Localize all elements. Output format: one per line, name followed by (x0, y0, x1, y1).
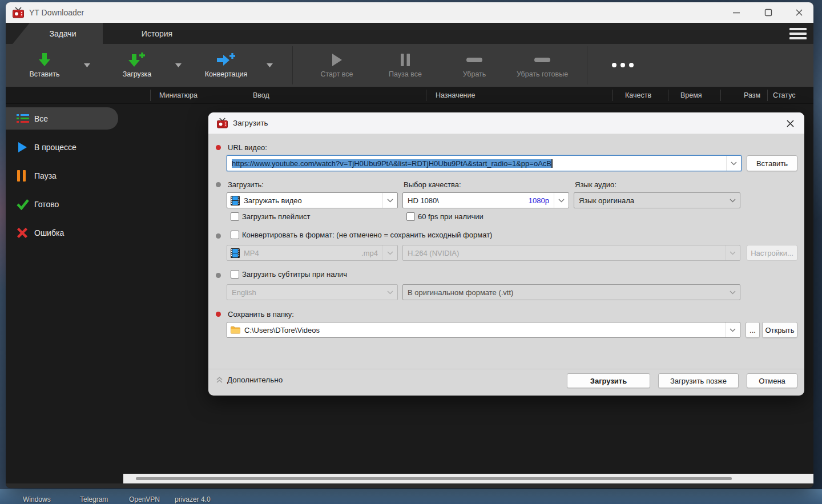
quality-select[interactable]: HD 1080\ 1080p (402, 192, 569, 208)
toolbar: Вставить Загрузка (6, 44, 813, 87)
dialog-download-button[interactable]: Загрузить (567, 373, 650, 388)
task-list-header: Миниатюра Ввод Назначение Качеств Время … (6, 87, 813, 104)
window-title: YT Downloader (29, 8, 84, 17)
fps-checkbox[interactable]: 60 fps при наличии (404, 212, 483, 221)
sidebar-item-all[interactable]: Все (6, 107, 118, 130)
convert-checkbox-label: Конвертировать в формат: (не отмечено = … (242, 231, 492, 239)
desktop-bottom-band (0, 489, 822, 504)
sidebar-paused-label: Пауза (34, 171, 57, 180)
down-arrow-plus-icon (127, 51, 147, 68)
paste-url-label: Вставить (30, 70, 60, 78)
down-arrow-icon (38, 51, 51, 68)
convert-format-extension: .mp4 (361, 249, 378, 257)
convert-checkbox[interactable]: Конвертировать в формат: (не отмечено = … (228, 231, 492, 239)
app-logo-tv-icon (13, 7, 24, 18)
close-button[interactable] (786, 2, 812, 23)
list-icon (17, 114, 30, 124)
desktop-icon-label[interactable]: Windows (23, 495, 51, 503)
subtitles-format-select[interactable]: В оригинальном формате (.vtt) (402, 284, 740, 300)
desktop-icon-label[interactable]: Telegram (80, 495, 108, 503)
column-status[interactable]: Статус (773, 87, 796, 104)
audio-language-label: Язык аудио: (575, 180, 616, 189)
subtitles-checkbox[interactable]: Загрузить субтитры при налич (228, 270, 347, 279)
convert-format-select[interactable]: MP4 .mp4 (227, 245, 398, 261)
chevron-down-icon (725, 245, 740, 260)
checkbox-box[interactable] (406, 212, 415, 221)
horizontal-scrollbar[interactable] (123, 474, 813, 483)
play-icon (17, 142, 30, 153)
subtitles-language-select[interactable]: English (227, 284, 398, 300)
start-all-button[interactable]: Старт все (311, 44, 363, 87)
convert-dropdown-chevron-icon[interactable] (263, 60, 276, 70)
open-folder-button[interactable]: Открыть (762, 322, 797, 338)
tab-tasks[interactable]: Задачи (13, 23, 103, 44)
sidebar-item-done[interactable]: Готово (6, 193, 118, 215)
dialog-close-button[interactable] (780, 114, 800, 132)
remove-done-label: Убрать готовые (517, 70, 568, 78)
subtitles-checkbox-label: Загрузить субтитры при налич (242, 270, 347, 279)
chevron-down-icon (725, 193, 740, 208)
column-separator (767, 90, 768, 101)
codec-select[interactable]: H.264 (NVIDIA) (402, 245, 740, 261)
download-later-button[interactable]: Загрузить позже (658, 373, 739, 388)
sidebar-done-label: Готово (34, 200, 59, 209)
download-button[interactable]: Загрузка (107, 44, 167, 87)
sidebar-item-error[interactable]: Ошибка (6, 221, 118, 244)
option-bullet (216, 182, 221, 187)
maximize-button[interactable] (755, 2, 781, 23)
minimize-button[interactable] (723, 2, 750, 23)
codec-value: H.264 (NVIDIA) (408, 249, 725, 257)
desktop-icon-label[interactable]: OpenVPN (129, 495, 160, 503)
url-paste-button[interactable]: Вставить (747, 155, 797, 171)
checkbox-box[interactable] (231, 231, 239, 239)
pause-icon (400, 51, 411, 68)
download-dialog: Загрузить URL видео: https://www.youtube… (208, 112, 804, 396)
column-time[interactable]: Время (680, 87, 702, 104)
remove-done-button[interactable]: Убрать готовые (507, 44, 578, 87)
desktop-icon-label[interactable]: privazer 4.0 (175, 495, 211, 503)
checkbox-box[interactable] (231, 212, 239, 221)
paste-url-button[interactable]: Вставить (18, 44, 71, 87)
chevron-down-icon[interactable] (726, 156, 741, 171)
cancel-button[interactable]: Отмена (747, 373, 797, 388)
convert-button[interactable]: Конвертация (192, 44, 260, 87)
dialog-titlebar: Загрузить (208, 112, 804, 134)
more-actions-button[interactable] (612, 63, 634, 67)
desktop-background: Windows Telegram OpenVPN privazer 4.0 YT… (0, 0, 822, 504)
sidebar-item-in-progress[interactable]: В процессе (6, 136, 118, 158)
checkbox-box[interactable] (231, 270, 239, 279)
quality-label: Выбор качества: (404, 180, 461, 189)
download-dropdown-chevron-icon[interactable] (172, 60, 184, 70)
remove-button[interactable]: Убрать (450, 44, 499, 87)
column-size[interactable]: Разм (744, 87, 760, 104)
fps-checkbox-label: 60 fps при наличии (418, 212, 483, 221)
column-separator (720, 90, 721, 101)
required-bullet (216, 145, 221, 150)
scrollbar-thumb[interactable] (136, 477, 732, 480)
tab-history-label: История (142, 29, 172, 38)
pause-all-button[interactable]: Пауза все (379, 44, 432, 87)
advanced-toggle[interactable]: Дополнительно (216, 376, 283, 384)
advanced-label: Дополнительно (227, 376, 283, 384)
codec-settings-button[interactable]: Настройки... (747, 245, 797, 261)
app-logo-tv-icon (217, 118, 228, 128)
remove-label: Убрать (463, 70, 486, 78)
column-separator (668, 90, 668, 101)
audio-language-select[interactable]: Язык оригинала (574, 192, 740, 208)
download-mode-select[interactable]: Загружать видео (227, 192, 398, 208)
column-input[interactable]: Ввод (253, 87, 269, 104)
column-thumbnail[interactable]: Миниатюра (159, 87, 198, 104)
audio-language-value: Язык оригинала (579, 196, 725, 205)
sidebar-item-paused[interactable]: Пауза (6, 164, 118, 187)
browse-folder-button[interactable]: ... (746, 322, 760, 338)
url-combobox[interactable]: https://www.youtube.com/watch?v=TjH0Ubu9… (227, 155, 742, 171)
convert-label: Конвертация (205, 70, 248, 78)
tab-history[interactable]: История (120, 23, 194, 44)
hamburger-menu-icon[interactable] (789, 27, 807, 41)
paste-dropdown-chevron-icon[interactable] (80, 60, 93, 70)
playlist-checkbox[interactable]: Загрузить плейлист (228, 212, 310, 221)
column-destination[interactable]: Назначение (436, 87, 475, 104)
chevron-down-icon (382, 193, 397, 208)
save-folder-select[interactable]: C:\Users\DTore\Videos (227, 322, 740, 338)
column-quality[interactable]: Качеств (625, 87, 651, 104)
